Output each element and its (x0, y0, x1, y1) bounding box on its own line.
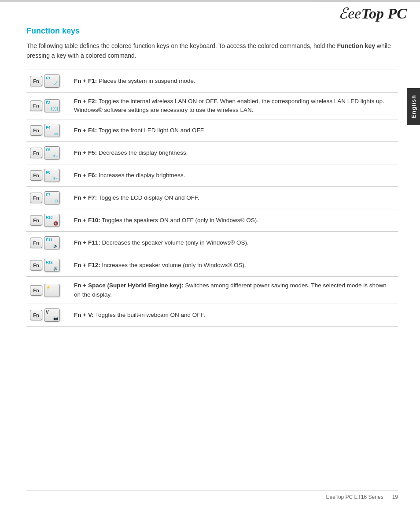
key-group: Fn F12 🔊 (30, 259, 67, 272)
table-row: Fn F5 ☀− Fn + F5: Decreases the display … (26, 142, 398, 164)
desc-cell-v: Fn + V: Toggles the built-in webcam ON a… (70, 304, 398, 326)
fn-key: Fn (30, 260, 42, 271)
key-cell: Fn F11 🔉 (26, 232, 70, 254)
table-row: Fn F1 zz Fn + F1: Places the system in s… (26, 70, 398, 92)
desc-cell-f1: Fn + F1: Places the system in suspend mo… (70, 70, 398, 92)
f10-key: F10 🔇 (44, 214, 60, 227)
key-group: Fn V 📷 (30, 308, 67, 322)
key-cell: Fn F2 ((·)) (26, 92, 70, 119)
sidebar-english-tab: English (407, 88, 420, 125)
desc-cell-f4: Fn + F4: Toggles the front LED light ON … (70, 119, 398, 142)
desc-cell-f7: Fn + F7: Toggles the LCD display ON and … (70, 187, 398, 209)
f12-key: F12 🔊 (44, 259, 60, 272)
key-group: Fn F5 ☀− (30, 146, 67, 160)
key-group: Fn F10 🔇 (30, 214, 67, 227)
key-group: Fn F4 ▭ (30, 124, 67, 137)
footer-text: EeeTop PC ET16 Series 19 (326, 494, 398, 500)
desc-cell-f2: Fn + F2: Toggles the internal wireless L… (70, 92, 398, 119)
key-cell: Fn F6 ☀+ (26, 164, 70, 187)
fn-key: Fn (30, 215, 42, 226)
function-keys-table: Fn F1 zz Fn + F1: Places the system in s… (26, 70, 398, 327)
table-row: Fn F4 ▭ Fn + F4: Toggles the front LED l… (26, 119, 398, 142)
fn-key: Fn (30, 76, 42, 86)
table-row: Fn F2 ((·)) Fn + F2: Toggles the interna… (26, 92, 398, 119)
key-group: Fn F7 ⊟ (30, 191, 67, 204)
fn-key: Fn (30, 238, 42, 248)
space-key: ⚡ (44, 284, 60, 297)
desc-cell-f12: Fn + F12: Increases the speaker volume (… (70, 254, 398, 277)
fn-key: Fn (30, 125, 42, 136)
key-cell: Fn F5 ☀− (26, 142, 70, 164)
section-title: Function keys (26, 26, 398, 36)
intro-text: The following table defines the colored … (26, 41, 398, 61)
fn-key: Fn (30, 193, 42, 203)
desc-cell-f10: Fn + F10: Toggles the speakers ON and OF… (70, 209, 398, 232)
footer: EeeTop PC ET16 Series 19 (26, 490, 398, 500)
table-row: Fn V 📷 Fn + V: Toggles the built-in webc… (26, 304, 398, 326)
table-row: Fn F7 ⊟ Fn + F7: Toggles the LCD display… (26, 187, 398, 209)
product-name: EeeTop PC ET16 Series (326, 494, 383, 500)
desc-cell-f5: Fn + F5: Decreases the display brightnes… (70, 142, 398, 164)
page-number: 19 (392, 494, 398, 500)
key-group: Fn F6 ☀+ (30, 169, 67, 182)
key-cell: Fn F10 🔇 (26, 209, 70, 232)
f5-key: F5 ☀− (44, 146, 60, 160)
desc-cell-space: Fn + Space (Super Hybrid Engine key): Sw… (70, 277, 398, 304)
table-row: Fn F6 ☀+ Fn + F6: Increases the display … (26, 164, 398, 187)
logo: ℰeeTop PC (339, 4, 407, 22)
f7-key: F7 ⊟ (44, 191, 60, 204)
fn-key: Fn (30, 170, 42, 181)
f1-key: F1 zz (44, 74, 60, 88)
key-group: Fn F11 🔉 (30, 236, 67, 249)
key-group: Fn ⚡ (30, 284, 67, 297)
f6-key: F6 ☀+ (44, 169, 60, 182)
f2-key: F2 ((·)) (44, 99, 60, 112)
table-row: Fn F10 🔇 Fn + F10: Toggles the speakers … (26, 209, 398, 232)
fn-key: Fn (30, 148, 42, 158)
v-key: V 📷 (44, 308, 60, 322)
f11-key: F11 🔉 (44, 236, 60, 249)
fn-key: Fn (30, 285, 42, 296)
fn-key: Fn (30, 310, 42, 320)
table-row: Fn F11 🔉 Fn + F11: Decreases the speaker… (26, 232, 398, 254)
table-row: Fn ⚡ Fn + Space (Super Hybrid Engine key… (26, 277, 398, 304)
top-line-inner (0, 2, 315, 2)
key-cell: Fn F1 zz (26, 70, 70, 92)
key-cell: Fn V 📷 (26, 304, 70, 326)
key-group: Fn F1 zz (30, 74, 67, 88)
key-group: Fn F2 ((·)) (30, 99, 67, 112)
key-cell: Fn F4 ▭ (26, 119, 70, 142)
key-cell: Fn F7 ⊟ (26, 187, 70, 209)
key-cell: Fn ⚡ (26, 277, 70, 304)
table-row: Fn F12 🔊 Fn + F12: Increases the speaker… (26, 254, 398, 277)
key-cell: Fn F12 🔊 (26, 254, 70, 277)
fn-key: Fn (30, 100, 42, 111)
main-content: Function keys The following table define… (26, 26, 398, 483)
desc-cell-f11: Fn + F11: Decreases the speaker volume (… (70, 232, 398, 254)
desc-cell-f6: Fn + F6: Increases the display brightnes… (70, 164, 398, 187)
f4-key: F4 ▭ (44, 124, 60, 137)
